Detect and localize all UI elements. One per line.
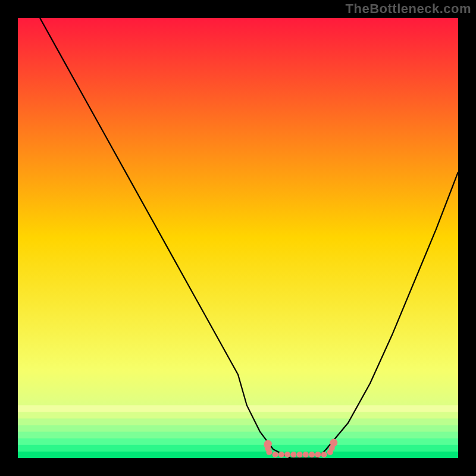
flat-start-dot [264,440,272,448]
flat-end-dot [330,439,337,447]
svg-point-12 [273,452,278,458]
svg-rect-8 [18,452,458,458]
svg-point-20 [321,452,327,458]
watermark-text: TheBottleneck.com [346,1,471,17]
svg-rect-2 [18,412,458,419]
svg-rect-4 [18,425,458,433]
svg-point-15 [290,452,296,458]
svg-point-16 [297,452,303,458]
svg-point-11 [266,449,272,455]
svg-rect-5 [18,432,458,439]
svg-rect-1 [18,405,458,412]
gradient-background [18,18,458,458]
svg-rect-7 [18,445,458,452]
chart-frame: TheBottleneck.com [0,0,476,476]
svg-rect-6 [18,439,458,446]
bottom-green-bands [18,405,458,458]
svg-point-18 [309,452,315,458]
svg-point-17 [303,452,309,458]
chart-svg [18,18,458,458]
chart-plot-area [18,18,458,458]
svg-point-14 [284,452,290,458]
svg-point-19 [315,452,321,458]
svg-rect-3 [18,418,458,425]
svg-point-13 [278,452,284,458]
